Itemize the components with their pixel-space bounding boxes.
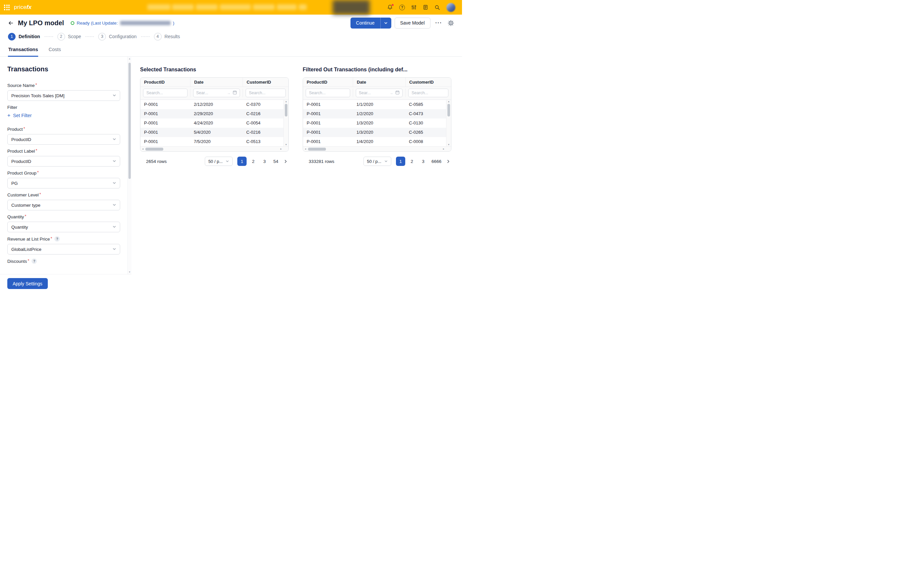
panel-scrollbar[interactable]: ▲ ▼ <box>127 57 132 274</box>
page-size-select[interactable]: 50 / p... <box>205 157 233 166</box>
table-row[interactable]: P-0001 4/24/2020 C-0054 <box>140 119 284 128</box>
page-button-3[interactable]: 3 <box>260 157 269 166</box>
more-actions-button[interactable]: ··· <box>434 20 444 26</box>
scrollbar-thumb[interactable] <box>145 148 163 151</box>
calendar-icon[interactable] <box>233 90 237 96</box>
scroll-down-icon[interactable]: ▼ <box>285 144 287 146</box>
scroll-right-icon[interactable]: ► <box>280 148 282 150</box>
product-group-select[interactable]: PG <box>7 178 120 188</box>
next-page-button[interactable] <box>445 159 451 163</box>
apply-settings-button[interactable]: Apply Settings <box>7 278 48 289</box>
table-row[interactable]: P-0001 7/5/2020 C-0513 <box>140 137 284 146</box>
notifications-bell-icon[interactable] <box>387 4 393 10</box>
scrollbar-track[interactable] <box>446 103 451 144</box>
page-button-last[interactable]: 6666 <box>430 157 443 166</box>
page-button-1[interactable]: 1 <box>237 157 247 166</box>
vertical-scrollbar[interactable]: ▲ ▼ <box>446 100 451 146</box>
customerid-search-input[interactable] <box>246 89 286 97</box>
scrollbar-thumb[interactable] <box>285 104 287 117</box>
step-scope[interactable]: 2 Scope <box>58 33 81 41</box>
product-select[interactable]: ProductID <box>7 134 120 145</box>
nav-item-redacted[interactable] <box>299 4 307 10</box>
filters-icon[interactable] <box>411 5 417 10</box>
revenue-at-list-price-select[interactable]: GlobalListPrice <box>7 244 120 254</box>
settings-gear-icon[interactable] <box>447 19 455 27</box>
column-header-productid[interactable]: ProductID <box>303 77 353 87</box>
column-header-date[interactable]: Date <box>190 77 243 87</box>
help-icon[interactable]: ? <box>399 5 405 10</box>
productid-search-input[interactable] <box>143 89 188 97</box>
page-button-2[interactable]: 2 <box>249 157 258 166</box>
docs-icon[interactable] <box>423 5 428 10</box>
scrollbar-track[interactable] <box>145 147 279 151</box>
table-row[interactable]: P-0001 2/12/2020 C-0370 <box>140 100 284 109</box>
page-button-1[interactable]: 1 <box>396 157 405 166</box>
page-button-2[interactable]: 2 <box>407 157 417 166</box>
column-header-customerid[interactable]: CustomerID <box>405 77 451 87</box>
table-row[interactable]: P-0001 1/3/2020 C-0265 <box>303 128 446 137</box>
page-button-last[interactable]: 54 <box>271 157 280 166</box>
page-button-3[interactable]: 3 <box>419 157 428 166</box>
table-row[interactable]: P-0001 2/29/2020 C-0216 <box>140 109 284 119</box>
column-header-date[interactable]: Date <box>353 77 405 87</box>
scrollbar-thumb[interactable] <box>129 63 131 179</box>
help-tooltip-icon[interactable]: ? <box>54 236 60 242</box>
nav-item-redacted[interactable] <box>196 4 218 10</box>
horizontal-scrollbar[interactable]: ◄ ► <box>140 146 289 151</box>
scrollbar-track[interactable] <box>284 103 289 144</box>
scrollbar-thumb[interactable] <box>447 104 450 117</box>
table-row[interactable]: P-0001 1/3/2020 C-0130 <box>303 119 446 128</box>
date-range-search-input[interactable]: Sear... → <box>356 89 403 97</box>
user-avatar[interactable] <box>446 3 455 12</box>
field-quantity: Quantity* Quantity <box>7 214 120 232</box>
calendar-icon[interactable] <box>395 90 399 96</box>
productid-search-input[interactable] <box>306 89 350 97</box>
step-results[interactable]: 4 Results <box>154 33 180 41</box>
table-row[interactable]: P-0001 1/1/2020 C-0585 <box>303 100 446 109</box>
selected-transactions-section: Selected Transactions ProductID Date Cus… <box>140 67 289 166</box>
vertical-scrollbar[interactable]: ▲ ▼ <box>284 100 289 146</box>
help-tooltip-icon[interactable]: ? <box>31 259 37 264</box>
save-model-button[interactable]: Save Model <box>394 18 431 28</box>
customerid-search-input[interactable] <box>408 89 449 97</box>
nav-item-redacted[interactable] <box>277 4 297 10</box>
tab-transactions[interactable]: Transactions <box>8 42 38 56</box>
nav-item-redacted[interactable] <box>220 4 251 10</box>
column-header-productid[interactable]: ProductID <box>140 77 190 87</box>
scroll-down-icon[interactable]: ▼ <box>448 144 450 146</box>
nav-item-redacted[interactable] <box>253 4 275 10</box>
scroll-down-icon[interactable]: ▼ <box>129 271 130 274</box>
scroll-left-icon[interactable]: ◄ <box>142 148 144 150</box>
tab-costs[interactable]: Costs <box>48 42 61 56</box>
page-size-select[interactable]: 50 / p... <box>363 157 391 166</box>
nav-item-redacted[interactable] <box>147 4 171 10</box>
column-header-customerid[interactable]: CustomerID <box>243 77 289 87</box>
scrollbar-track[interactable] <box>128 60 132 271</box>
back-button[interactable] <box>7 20 14 26</box>
quantity-select[interactable]: Quantity <box>7 222 120 232</box>
table-row[interactable]: P-0001 5/4/2020 C-0216 <box>140 128 284 137</box>
set-filter-link[interactable]: + Set Filter <box>7 113 31 118</box>
apps-grid-icon[interactable] <box>4 5 10 10</box>
select-value: GlobalListPrice <box>11 247 41 252</box>
scroll-right-icon[interactable]: ► <box>443 148 445 150</box>
step-configuration[interactable]: 3 Configuration <box>98 33 136 41</box>
pricefx-logo[interactable]: pricefx <box>14 4 31 11</box>
scroll-left-icon[interactable]: ◄ <box>304 148 306 150</box>
search-icon[interactable] <box>434 5 440 10</box>
step-definition[interactable]: 1 Definition <box>8 33 40 41</box>
table-row[interactable]: P-0001 1/2/2020 C-0473 <box>303 109 446 119</box>
date-range-search-input[interactable]: Sear... → <box>193 89 240 97</box>
product-label-select[interactable]: ProductID <box>7 156 120 166</box>
nav-item-active-redacted[interactable] <box>333 0 370 15</box>
continue-button[interactable]: Continue <box>350 18 380 28</box>
scrollbar-thumb[interactable] <box>308 148 326 151</box>
table-row[interactable]: P-0001 1/4/2020 C-0008 <box>303 137 446 146</box>
nav-item-redacted[interactable] <box>172 4 194 10</box>
source-name-select[interactable]: Precision Tools Sales [DM] <box>7 90 120 101</box>
customer-level-select[interactable]: Customer type <box>7 200 120 210</box>
continue-dropdown-button[interactable] <box>380 18 391 28</box>
horizontal-scrollbar[interactable]: ◄ ► <box>303 146 451 151</box>
scrollbar-track[interactable] <box>307 147 441 151</box>
next-page-button[interactable] <box>282 159 289 163</box>
